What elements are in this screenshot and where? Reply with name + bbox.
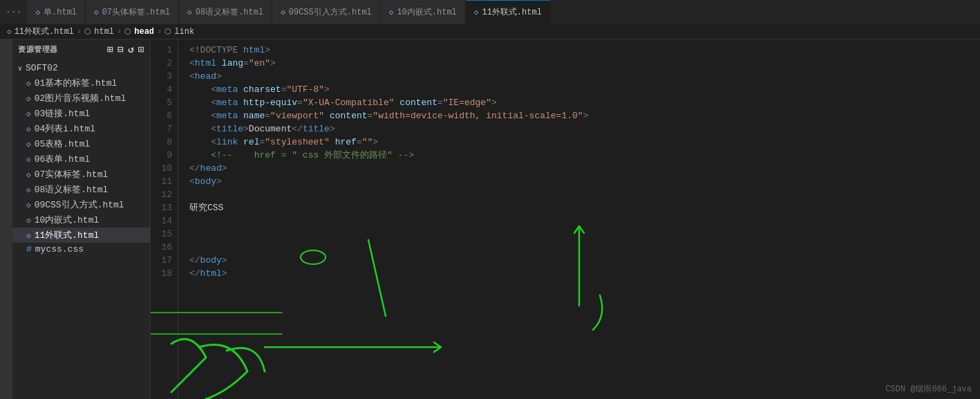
sidebar-folder-soft02[interactable]: ∨ SOFT02 [12, 61, 150, 75]
tab-icon-10: ◇ [389, 8, 394, 17]
sidebar-item-08[interactable]: ◇ 08语义标签.html [12, 182, 150, 197]
code-line-3: <head> [189, 70, 980, 83]
breadcrumb-icon-link: ⬡ [164, 27, 171, 36]
breadcrumb-icon-file: ◇ [7, 27, 12, 36]
file-icon-09: ◇ [26, 201, 31, 210]
line-num-3: 3 [151, 70, 178, 83]
tab-icon-09: ◇ [281, 8, 285, 17]
main-area: 资源管理器 ⊞ ⊟ ↺ ⊡ ∨ SOFT02 ◇ 01基本的标签.html ◇ … [0, 39, 980, 399]
line-num-18: 18 [151, 267, 178, 280]
line-numbers: 1 2 3 4 5 6 7 8 9 10 11 12 13 14 15 16 1… [151, 39, 178, 399]
line-num-11: 11 [151, 175, 178, 188]
sidebar-header: 资源管理器 ⊞ ⊟ ↺ ⊡ [12, 39, 150, 59]
tab-09[interactable]: ◇ 09CSS引入方式.html [272, 0, 381, 24]
sidebar-item-05[interactable]: ◇ 05表格.html [12, 136, 150, 151]
code-lines: <!DOCTYPE html> <html lang="en"> <head> … [178, 39, 980, 399]
code-line-1: <!DOCTYPE html> [189, 44, 980, 57]
file-label-08: 08语义标签.html [35, 183, 109, 196]
line-num-4: 4 [151, 83, 178, 96]
tab-label-07: 07头体标签.html [102, 6, 170, 18]
tab-label-11: 11外联式.html [482, 6, 541, 18]
code-line-5: <meta http-equiv="X-UA-Compatible" conte… [189, 96, 980, 109]
breadcrumb-html[interactable]: html [94, 27, 114, 37]
code-line-7: <title>Document</title> [189, 122, 980, 136]
line-num-12: 12 [151, 188, 178, 201]
tab-10[interactable]: ◇ 10内嵌式.html [381, 0, 466, 24]
tab-08[interactable]: ◇ 08语义标签.html [179, 0, 272, 24]
code-area: 1 2 3 4 5 6 7 8 9 10 11 12 13 14 15 16 1… [151, 39, 980, 399]
file-icon-03: ◇ [26, 109, 31, 118]
sidebar-item-03[interactable]: ◇ 03链接.html [12, 106, 150, 121]
file-icon-04: ◇ [26, 124, 31, 133]
sidebar-item-09[interactable]: ◇ 09CSS引入方式.html [12, 197, 150, 212]
sidebar-item-10[interactable]: ◇ 10内嵌式.html [12, 212, 150, 228]
tab-icon-dan: ◇ [35, 8, 40, 17]
sidebar-item-04[interactable]: ◇ 04列表i.html [12, 121, 150, 136]
line-num-6: 6 [151, 109, 178, 122]
code-line-16 [189, 241, 980, 254]
tab-07[interactable]: ◇ 07头体标签.html [86, 0, 179, 24]
file-icon-08: ◇ [26, 185, 31, 194]
sidebar-item-01[interactable]: ◇ 01基本的标签.html [12, 75, 150, 91]
file-icon-11: ◇ [26, 231, 31, 240]
breadcrumb: ◇ 11外联式.html › ⬡ html › ⬡ head › ⬡ link [0, 24, 980, 39]
line-num-8: 8 [151, 136, 178, 149]
tab-11[interactable]: ◇ 11外联式.html [466, 0, 551, 24]
code-line-10: </head> [189, 162, 980, 175]
sidebar-item-11[interactable]: ◇ 11外联式.html [12, 228, 150, 243]
breadcrumb-file[interactable]: 11外联式.html [15, 26, 74, 37]
tab-label-10: 10内嵌式.html [397, 6, 456, 18]
code-line-13: 研究CSS [189, 201, 980, 214]
file-label-mycss: mycss.css [35, 244, 84, 254]
breadcrumb-sep-3: › [157, 27, 162, 37]
file-label-05: 05表格.html [35, 138, 91, 150]
code-editor[interactable]: 1 2 3 4 5 6 7 8 9 10 11 12 13 14 15 16 1… [151, 39, 980, 399]
breadcrumb-head[interactable]: head [134, 27, 154, 37]
file-label-10: 10内嵌式.html [35, 214, 100, 226]
folder-arrow-icon: ∨ [18, 64, 22, 73]
tab-icon-07: ◇ [94, 8, 99, 17]
line-num-16: 16 [151, 241, 178, 254]
folder-label: SOFT02 [26, 63, 58, 73]
line-num-14: 14 [151, 214, 178, 228]
line-num-2: 2 [151, 57, 178, 70]
line-num-7: 7 [151, 122, 178, 136]
file-icon-07: ◇ [26, 170, 31, 179]
sidebar-section: ∨ SOFT02 ◇ 01基本的标签.html ◇ 02图片音乐视频.html … [12, 59, 150, 257]
code-line-6: <meta name="viewport" content="width=dev… [189, 109, 980, 122]
code-line-2: <html lang="en"> [189, 57, 980, 70]
file-label-07: 07实体标签.html [35, 168, 109, 180]
file-icon-01: ◇ [26, 79, 31, 88]
line-num-13: 13 [151, 201, 178, 214]
file-label-04: 04列表i.html [35, 122, 95, 135]
code-line-11: <body> [189, 175, 980, 188]
sidebar-item-02[interactable]: ◇ 02图片音乐视频.html [12, 91, 150, 106]
sidebar-item-06[interactable]: ◇ 06表单.html [12, 151, 150, 167]
refresh-icon[interactable]: ↺ [128, 44, 134, 55]
code-line-15 [189, 228, 980, 241]
breadcrumb-icon-html: ⬡ [84, 27, 91, 36]
sidebar-title: 资源管理器 [18, 44, 58, 55]
file-label-01: 01基本的标签.html [35, 77, 117, 89]
new-folder-icon[interactable]: ⊟ [117, 44, 124, 55]
sidebar-item-mycss[interactable]: # mycss.css [12, 243, 150, 256]
breadcrumb-link[interactable]: link [174, 27, 194, 37]
line-num-5: 5 [151, 96, 178, 109]
file-label-02: 02图片音乐视频.html [35, 92, 126, 104]
sidebar-item-07[interactable]: ◇ 07实体标签.html [12, 167, 150, 182]
tab-icon-08: ◇ [187, 8, 192, 17]
breadcrumb-icon-head: ⬡ [124, 27, 131, 36]
code-line-8: <link rel="stylesheet" href=""> [189, 136, 980, 149]
file-label-03: 03链接.html [35, 107, 91, 120]
tab-overflow[interactable]: ··· [0, 7, 27, 17]
tab-danhtml[interactable]: ◇ 单.html [27, 0, 86, 24]
collapse-icon[interactable]: ⊡ [138, 44, 144, 55]
code-line-9: <!-- href = " css 外部文件的路径" --> [189, 149, 980, 162]
watermark: CSDN @烟雨666_java [885, 383, 972, 395]
tab-icon-11: ◇ [474, 8, 479, 17]
code-line-4: <meta charset="UTF-8"> [189, 83, 980, 96]
line-num-1: 1 [151, 44, 178, 57]
sidebar: 资源管理器 ⊞ ⊟ ↺ ⊡ ∨ SOFT02 ◇ 01基本的标签.html ◇ … [12, 39, 151, 399]
new-file-icon[interactable]: ⊞ [107, 44, 113, 55]
file-icon-02: ◇ [26, 94, 31, 103]
